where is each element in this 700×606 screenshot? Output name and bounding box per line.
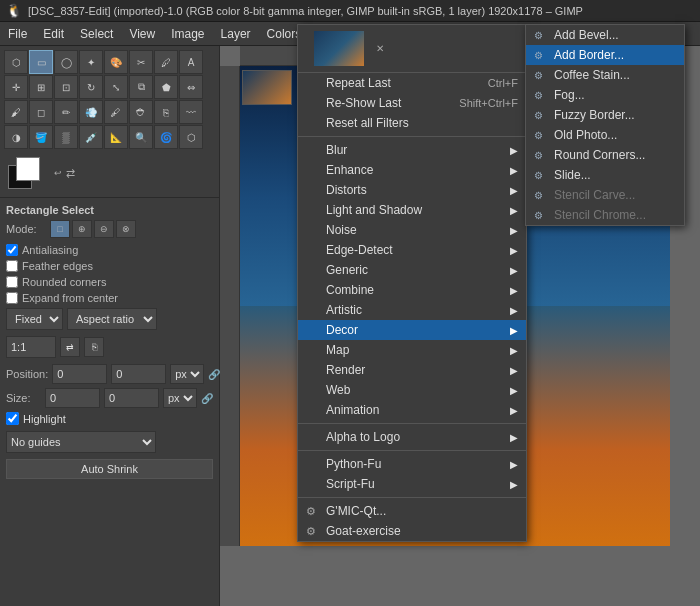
color-reset[interactable]: ↩ xyxy=(54,168,62,178)
decor-fog[interactable]: ⚙ Fog... xyxy=(526,85,684,105)
decor-add-bevel[interactable]: ⚙ Add Bevel... xyxy=(526,25,684,45)
pos-x-input[interactable] xyxy=(52,364,107,384)
ratio-copy-btn[interactable]: ⎘ xyxy=(84,337,104,357)
tool-perspective[interactable]: ⬟ xyxy=(154,75,178,99)
tool-pencil[interactable]: ✏ xyxy=(54,100,78,124)
noise-arrow: ▶ xyxy=(510,225,518,236)
tool-rect-select[interactable]: ▭ xyxy=(29,50,53,74)
foreground-color-swatch[interactable] xyxy=(16,157,40,181)
filter-light-shadow[interactable]: Light and Shadow ▶ xyxy=(298,200,526,220)
decor-slide[interactable]: ⚙ Slide... xyxy=(526,165,684,185)
menu-image[interactable]: Image xyxy=(163,24,212,44)
tool-dodge-burn[interactable]: ◑ xyxy=(4,125,28,149)
tool-scale[interactable]: ⤡ xyxy=(104,75,128,99)
tool-zoom[interactable]: 🔍 xyxy=(129,125,153,149)
pos-chain-icon[interactable]: 🔗 xyxy=(208,369,220,380)
feather-checkbox[interactable] xyxy=(6,260,18,272)
decor-coffee-stain[interactable]: ⚙ Coffee Stain... xyxy=(526,65,684,85)
tool-color-picker[interactable]: 💉 xyxy=(79,125,103,149)
decor-add-border[interactable]: ⚙ Add Border... xyxy=(526,45,684,65)
tool-shear[interactable]: ⧉ xyxy=(129,75,153,99)
tool-crop[interactable]: ⊡ xyxy=(54,75,78,99)
filter-script-fu[interactable]: Script-Fu ▶ xyxy=(298,474,526,494)
tool-fuzzy-select[interactable]: ✦ xyxy=(79,50,103,74)
ratio-swap-btn[interactable]: ⇄ xyxy=(60,337,80,357)
tool-blend[interactable]: ▒ xyxy=(54,125,78,149)
filter-generic[interactable]: Generic ▶ xyxy=(298,260,526,280)
tool-path[interactable]: 🖊 xyxy=(154,50,178,74)
filter-decor[interactable]: Decor ▶ xyxy=(298,320,526,340)
menu-file[interactable]: File xyxy=(0,24,35,44)
tool-move[interactable]: ✛ xyxy=(4,75,28,99)
tool-smudge[interactable]: 〰 xyxy=(179,100,203,124)
filter-gmic[interactable]: ⚙ G'MIC-Qt... xyxy=(298,501,526,521)
size-h-input[interactable] xyxy=(104,388,159,408)
enhance-label: Enhance xyxy=(326,163,373,177)
mode-add[interactable]: ⊕ xyxy=(72,220,92,238)
pos-y-input[interactable] xyxy=(111,364,166,384)
tool-select-by-color[interactable]: 🎨 xyxy=(104,50,128,74)
filter-alpha-to-logo[interactable]: Alpha to Logo ▶ xyxy=(298,427,526,447)
filter-python-fu[interactable]: Python-Fu ▶ xyxy=(298,454,526,474)
guides-select[interactable]: No guides xyxy=(6,431,156,453)
highlight-checkbox[interactable] xyxy=(6,412,19,425)
tool-paintbrush[interactable]: 🖌 xyxy=(4,100,28,124)
close-menu-x[interactable]: ✕ xyxy=(376,43,384,54)
size-w-input[interactable] xyxy=(45,388,100,408)
filter-reset-all[interactable]: Reset all Filters xyxy=(298,113,526,133)
mode-replace[interactable]: □ xyxy=(50,220,70,238)
tool-warp[interactable]: 🌀 xyxy=(154,125,178,149)
filter-artistic[interactable]: Artistic ▶ xyxy=(298,300,526,320)
tool-cage[interactable]: ⬡ xyxy=(179,125,203,149)
aspect-select[interactable]: Aspect ratio xyxy=(67,308,157,330)
color-swap-icon[interactable]: ⇄ xyxy=(66,167,75,180)
tool-rotate[interactable]: ↻ xyxy=(79,75,103,99)
tool-ink[interactable]: 🖋 xyxy=(104,100,128,124)
menu-edit[interactable]: Edit xyxy=(35,24,72,44)
menu-view[interactable]: View xyxy=(121,24,163,44)
menu-select[interactable]: Select xyxy=(72,24,121,44)
tool-eraser[interactable]: ◻ xyxy=(29,100,53,124)
tool-scissors[interactable]: ✂ xyxy=(129,50,153,74)
decor-label: Decor xyxy=(326,323,358,337)
mode-intersect[interactable]: ⊗ xyxy=(116,220,136,238)
decor-old-photo[interactable]: ⚙ Old Photo... xyxy=(526,125,684,145)
tool-text[interactable]: A xyxy=(179,50,203,74)
filter-combine[interactable]: Combine ▶ xyxy=(298,280,526,300)
filter-goat[interactable]: ⚙ Goat-exercise xyxy=(298,521,526,541)
tool-flip[interactable]: ⇔ xyxy=(179,75,203,99)
filter-reshow-last[interactable]: Re-Show Last Shift+Ctrl+F xyxy=(298,93,526,113)
filter-distorts[interactable]: Distorts ▶ xyxy=(298,180,526,200)
tool-airbrush[interactable]: 💨 xyxy=(79,100,103,124)
antialiasing-checkbox[interactable] xyxy=(6,244,18,256)
size-chain-icon[interactable]: 🔗 xyxy=(201,393,213,404)
mode-subtract[interactable]: ⊖ xyxy=(94,220,114,238)
decor-round-corners[interactable]: ⚙ Round Corners... xyxy=(526,145,684,165)
filter-repeat-last[interactable]: Repeat Last Ctrl+F xyxy=(298,73,526,93)
tool-clone[interactable]: ⎘ xyxy=(154,100,178,124)
auto-shrink-button[interactable]: Auto Shrink xyxy=(6,459,213,479)
expand-checkbox[interactable] xyxy=(6,292,18,304)
tool-bucket-fill[interactable]: 🪣 xyxy=(29,125,53,149)
filter-enhance[interactable]: Enhance ▶ xyxy=(298,160,526,180)
tool-measure[interactable]: 📐 xyxy=(104,125,128,149)
filter-animation[interactable]: Animation ▶ xyxy=(298,400,526,420)
filter-blur[interactable]: Blur ▶ xyxy=(298,140,526,160)
filter-web[interactable]: Web ▶ xyxy=(298,380,526,400)
tool-heal[interactable]: ⛑ xyxy=(129,100,153,124)
rounded-checkbox[interactable] xyxy=(6,276,18,288)
tool-ellipse-select[interactable]: ◯ xyxy=(54,50,78,74)
ratio-input[interactable] xyxy=(6,336,56,358)
tool-align[interactable]: ⊞ xyxy=(29,75,53,99)
tool-free-select[interactable]: ⬡ xyxy=(4,50,28,74)
filter-render[interactable]: Render ▶ xyxy=(298,360,526,380)
filter-noise[interactable]: Noise ▶ xyxy=(298,220,526,240)
size-unit-select[interactable]: px xyxy=(163,388,197,408)
color-swatches[interactable] xyxy=(8,157,48,189)
filter-map[interactable]: Map ▶ xyxy=(298,340,526,360)
filter-edge-detect[interactable]: Edge-Detect ▶ xyxy=(298,240,526,260)
decor-fuzzy-border[interactable]: ⚙ Fuzzy Border... xyxy=(526,105,684,125)
pos-unit-select[interactable]: px xyxy=(170,364,204,384)
menu-layer[interactable]: Layer xyxy=(213,24,259,44)
fixed-select[interactable]: Fixed xyxy=(6,308,63,330)
